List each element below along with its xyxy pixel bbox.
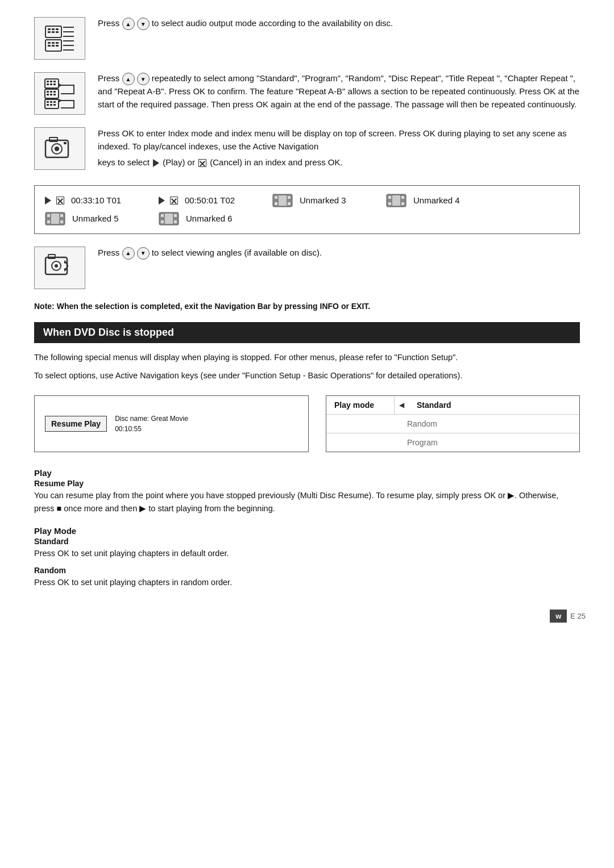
page-indicator: w E 25	[550, 610, 586, 623]
standard-text: Press OK to set unit playing chapters in…	[34, 547, 580, 560]
resume-panel: Resume Play Disc name: Great Movie 00:10…	[34, 395, 309, 452]
play-mode-title: Play Mode	[34, 526, 580, 536]
page-tab: w	[550, 610, 567, 623]
index-item-5: Unmarked 5	[45, 212, 147, 226]
angle-icon-box	[34, 247, 85, 289]
angle-down-btn[interactable]: ▼	[137, 247, 150, 260]
svg-marker-41	[59, 84, 62, 87]
svg-rect-26	[53, 84, 56, 85]
angle-text: Press ▲ ▼ Press ▲ ▼ to select viewing an…	[98, 247, 580, 263]
svg-rect-59	[392, 195, 400, 206]
stopped-panels: Resume Play Disc name: Great Movie 00:10…	[34, 395, 580, 452]
index-item-1: 00:33:10 T01	[45, 195, 147, 205]
section-header: When DVD Disc is stopped	[34, 322, 580, 343]
svg-rect-55	[388, 196, 391, 199]
svg-rect-47	[64, 142, 67, 144]
repeat-down-btn[interactable]: ▼	[137, 73, 150, 85]
repeat-up-btn[interactable]: ▲	[122, 73, 135, 85]
svg-rect-40	[53, 104, 56, 106]
audio-text: Press ▲ ▼ to select audio output mode ac…	[98, 17, 580, 34]
playmode-label: Play mode	[326, 396, 395, 414]
index-item-4-label: Unmarked 4	[413, 195, 460, 205]
angle-up-btn[interactable]: ▲	[122, 247, 135, 260]
svg-rect-57	[401, 196, 404, 199]
svg-rect-22	[50, 81, 52, 82]
svg-rect-52	[288, 202, 291, 205]
angle-icon	[43, 251, 77, 285]
index-item-6-label: Unmarked 6	[186, 214, 233, 223]
svg-rect-71	[165, 214, 173, 224]
svg-rect-2	[52, 28, 55, 30]
svg-rect-21	[47, 81, 49, 82]
index-icon-box	[34, 127, 85, 170]
svg-rect-3	[56, 28, 59, 30]
play-mode-section: Play Mode Standard Press OK to set unit …	[34, 526, 580, 589]
svg-rect-64	[60, 220, 63, 223]
svg-rect-53	[279, 195, 287, 206]
down-arrow-btn[interactable]: ▼	[137, 18, 150, 30]
svg-rect-61	[47, 214, 50, 217]
index-item-2: 00:50:01 T02	[159, 195, 261, 205]
angle-section-row: Press ▲ ▼ Press ▲ ▼ to select viewing an…	[34, 247, 580, 289]
svg-rect-5	[52, 31, 55, 33]
random-subtitle: Random	[34, 566, 580, 575]
svg-rect-51	[288, 196, 291, 199]
note-text: Note: When the selection is completed, e…	[34, 302, 370, 311]
svg-rect-35	[47, 101, 49, 103]
index-item-6: Unmarked 6	[159, 212, 261, 226]
svg-rect-68	[161, 220, 164, 223]
playmode-option-program[interactable]: Program	[395, 433, 446, 452]
svg-rect-62	[47, 220, 50, 223]
playmode-option-random[interactable]: Random	[395, 415, 445, 433]
svg-rect-6	[56, 31, 59, 33]
index-item-4: Unmarked 4	[386, 194, 488, 207]
disc-name: Disc name: Great Movie	[115, 414, 188, 424]
svg-rect-13	[56, 45, 59, 47]
playmode-program-row: Program	[326, 433, 579, 452]
svg-rect-30	[53, 91, 56, 93]
index-items-box: 00:33:10 T01 00:50:01 T02 Unmarked 3	[34, 185, 580, 234]
up-arrow-btn[interactable]: ▲	[122, 18, 135, 30]
index-icon	[43, 132, 77, 166]
svg-rect-28	[47, 91, 49, 93]
svg-rect-39	[50, 104, 52, 106]
index-text: Press OK to enter Index mode and index m…	[98, 127, 580, 173]
svg-rect-49	[275, 196, 277, 199]
svg-rect-29	[50, 91, 52, 93]
index-section-row: Press OK to enter Index mode and index m…	[34, 127, 580, 173]
navigation-note: Note: When the selection is completed, e…	[34, 302, 580, 311]
repeat-icon	[43, 77, 77, 111]
resume-play-button[interactable]: Resume Play	[45, 416, 107, 432]
svg-rect-31	[47, 94, 49, 95]
svg-rect-38	[47, 104, 49, 106]
index-item-5-label: Unmarked 5	[72, 214, 119, 223]
svg-rect-4	[48, 31, 51, 33]
repeat-text: Press ▲ ▼ repeatedly to select among "St…	[98, 72, 580, 114]
svg-rect-25	[50, 84, 52, 85]
disc-info: Disc name: Great Movie 00:10:55	[115, 414, 188, 434]
svg-rect-10	[56, 42, 59, 44]
page-number: E 25	[570, 612, 586, 620]
film-icon-6	[159, 212, 179, 226]
playmode-random-row: Random	[326, 415, 579, 433]
disc-time: 00:10:55	[115, 424, 188, 434]
svg-rect-65	[51, 214, 59, 224]
page: Press ▲ ▼ to select audio output mode ac…	[0, 0, 614, 634]
svg-rect-50	[275, 202, 277, 205]
play-section: Play Resume Play You can resume play fro…	[34, 468, 580, 515]
resume-play-text: You can resume play from the point where…	[34, 489, 580, 515]
svg-rect-23	[53, 81, 56, 82]
section-body2: To select options, use Active Navigation…	[34, 369, 580, 382]
svg-point-74	[55, 264, 58, 268]
svg-point-45	[55, 147, 59, 151]
film-icon-3	[272, 194, 293, 207]
svg-rect-24	[47, 84, 49, 85]
index-item-3: Unmarked 3	[272, 194, 375, 207]
resume-play-subtitle: Resume Play	[34, 479, 580, 488]
svg-rect-32	[50, 94, 52, 95]
section-body1: The following special menus will display…	[34, 351, 580, 364]
playmode-panel: Play mode ◀ Standard Random Program	[326, 395, 580, 452]
index-item-1-label: 00:33:10 T01	[71, 195, 121, 205]
playmode-option-standard[interactable]: Standard	[409, 396, 459, 414]
audio-icon-box	[34, 17, 85, 60]
